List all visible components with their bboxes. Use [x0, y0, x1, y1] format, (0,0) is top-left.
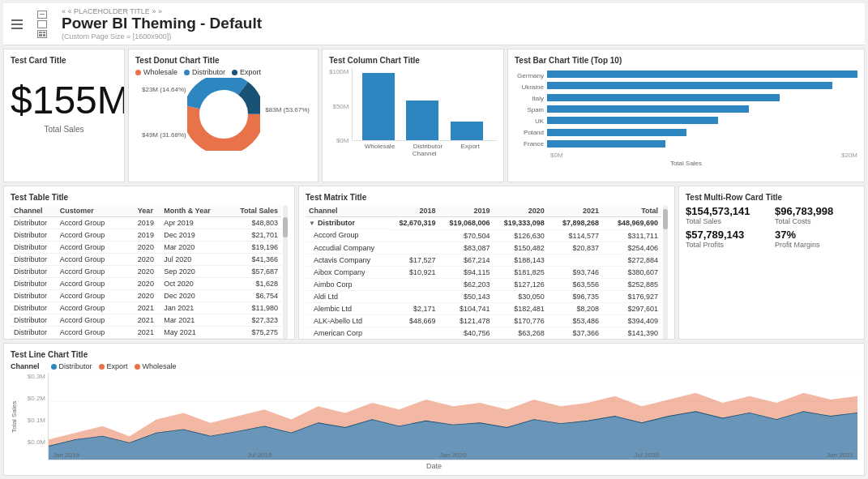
matrix-title: Test Matrix Title	[306, 193, 668, 202]
donut-card: Test Donut Chart Title Wholesale Distrib…	[128, 49, 319, 182]
distributor-line-label: Distributor	[59, 362, 92, 370]
table-title: Test Table Title	[11, 193, 288, 202]
y-label-bot: $0M	[336, 137, 349, 144]
nav-icon-2	[11, 24, 23, 25]
bar-france	[547, 140, 665, 148]
matrix-row: Accord Group$70,504$126,630$114,577$311,…	[306, 229, 661, 242]
multirow-title: Test Multi-Row Card Title	[686, 193, 857, 202]
donut-title: Test Donut Chart Title	[135, 56, 311, 65]
sidebar-icon-3[interactable]	[37, 30, 47, 38]
legend-wholesale-line: Wholesale	[135, 362, 177, 370]
table-row: DistributorAccord Group2019Apr 2019$48,8…	[11, 217, 281, 229]
x-label-wholesale: Wholesale	[365, 143, 395, 150]
col-bar-distributor	[406, 101, 438, 140]
nav-icon-3	[11, 28, 23, 29]
donut-hole	[203, 94, 244, 135]
bar-fills	[547, 68, 857, 161]
multirow-item-total-profits: $57,789,143 Total Profits	[686, 229, 768, 249]
sidebar-icon-2[interactable]	[37, 20, 47, 28]
table-content: Channel Customer Year Month & Year Total…	[11, 205, 281, 340]
x-label-jan2020: Jan 2020	[440, 451, 467, 459]
kpi-title: Test Card Title	[11, 56, 118, 65]
legend-export: Export	[232, 68, 261, 76]
export-line-label: Export	[107, 362, 128, 370]
bar-germany	[547, 71, 857, 78]
wholesale-dot	[135, 70, 141, 75]
line-chart-card: Test Line Chart Title Channel Distributo…	[3, 343, 865, 476]
x-label-jul2019: Jul 2019	[247, 451, 272, 459]
sidebar-icon-1[interactable]	[37, 11, 47, 19]
donut-label-3: $83M (53.67%)	[265, 106, 310, 113]
matrix-row: Accudial Company$83,087$150,482$20,837$2…	[306, 242, 661, 254]
legend-export-line: Export	[99, 362, 128, 370]
nav-icon-1	[11, 19, 23, 21]
table-row: DistributorAccord Group2021May 2021$75,2…	[11, 327, 281, 339]
export-line-dot	[99, 364, 105, 370]
page-title: Power BI Theming - Default	[62, 15, 262, 32]
matrix-row: Amerisourc Corp$66,189$140,512$41,768$24…	[306, 339, 661, 340]
matrix-content: Channel 2018 2019 2020 2021 Total	[306, 205, 661, 340]
line-y-ticks: $0.3M $0.2M $0.1M $0.0M	[22, 373, 48, 460]
column-x-axis-title: Channel	[352, 150, 497, 157]
wholesale-line-dot	[135, 364, 140, 370]
matrix-col-channel: Channel	[306, 205, 389, 217]
export-dot	[232, 70, 237, 75]
x-label-jan2021: Jan 2021	[827, 451, 853, 459]
legend-distributor-line: Distributor	[51, 362, 92, 370]
matrix-scrollbar[interactable]	[663, 205, 668, 340]
table-with-scroll: Channel Customer Year Month & Year Total…	[11, 205, 288, 340]
col-bar-export	[451, 122, 483, 140]
line-x-labels: Jan 2019 Jul 2019 Jan 2020 Jul 2020 Jan …	[49, 451, 857, 459]
column-chart-title: Test Column Chart Title	[329, 56, 497, 65]
sidebar-icons	[37, 11, 47, 38]
table-scrollbar[interactable]	[283, 205, 288, 340]
donut-legend: Wholesale Distributor Export	[135, 68, 311, 76]
table-header-row: Channel Customer Year Month & Year Total…	[11, 205, 281, 217]
total-costs-value: $96,783,998	[775, 205, 857, 217]
total-profits-label: Total Profits	[686, 241, 768, 249]
donut-label-2: $49M (31.68%)	[142, 131, 186, 139]
country-spain: Spain	[515, 106, 544, 113]
table-row: DistributorAccord Group2020Mar 2020$19,1…	[11, 242, 281, 254]
bar-poland	[547, 129, 686, 136]
x-axis-labels: Wholesale Distributor Export	[352, 141, 497, 150]
bar-italy	[547, 94, 780, 101]
matrix-col-2019: 2019	[438, 205, 493, 217]
bar-x-label-1: $20M	[841, 152, 857, 159]
column-bars	[352, 68, 497, 141]
row-2: Test Table Title Channel Customer Year M…	[3, 186, 865, 340]
bar-spain	[547, 105, 749, 113]
header-text: « « PLACEHOLDER TITLE » » Power BI Themi…	[62, 7, 262, 41]
country-italy: Italy	[515, 95, 544, 102]
kpi-label: Total Sales	[11, 125, 118, 134]
wholesale-line-label: Wholesale	[143, 362, 177, 370]
expand-icon[interactable]: ▼	[309, 220, 315, 227]
y-tick-01: $0.1M	[28, 417, 45, 424]
column-chart-area: $100M $50M $0M	[329, 68, 497, 157]
matrix-col-2021: 2021	[548, 205, 602, 217]
donut-container: $23M (14.64%) $49M (31.68%) $83M (53.67%…	[135, 78, 311, 151]
matrix-col-2020: 2020	[494, 205, 548, 217]
multirow-item-margins: 37% Profit Margins	[775, 229, 857, 249]
col-year: Year	[135, 205, 160, 217]
multirow-grid: $154,573,141 Total Sales $96,783,998 Tot…	[686, 205, 857, 249]
col-bar-wholesale	[362, 73, 395, 140]
col-bar-export-fill	[451, 122, 483, 140]
col-bar-distributor-fill	[406, 101, 438, 140]
x-label-distributor: Distributor	[413, 143, 443, 150]
distributor-line-dot	[51, 364, 57, 370]
legend-export-label: Export	[240, 68, 261, 76]
multirow-card: Test Multi-Row Card Title $154,573,141 T…	[678, 186, 865, 340]
bar-chart-card: Test Bar Chart Title (Top 10) Germany Uk…	[507, 49, 865, 182]
multirow-item-total-costs: $96,783,998 Total Costs	[775, 205, 857, 225]
table-card: Test Table Title Channel Customer Year M…	[3, 186, 295, 340]
matrix-row: ALK-Abello Ltd$48,669$121,478$170,776$53…	[306, 314, 661, 327]
matrix-row: Aldi Ltd$50,143$30,050$96,735$176,927	[306, 290, 661, 302]
line-chart-plot: Jan 2019 Jul 2019 Jan 2020 Jul 2020 Jan …	[48, 373, 857, 460]
line-legend: Channel Distributor Export Wholesale	[11, 362, 857, 370]
legend-wholesale-label: Wholesale	[143, 68, 177, 76]
line-svg	[49, 373, 857, 460]
total-profits-value: $57,789,143	[686, 229, 768, 241]
total-sales-value: $154,573,141	[686, 205, 768, 217]
legend-distributor-label: Distributor	[192, 68, 225, 76]
